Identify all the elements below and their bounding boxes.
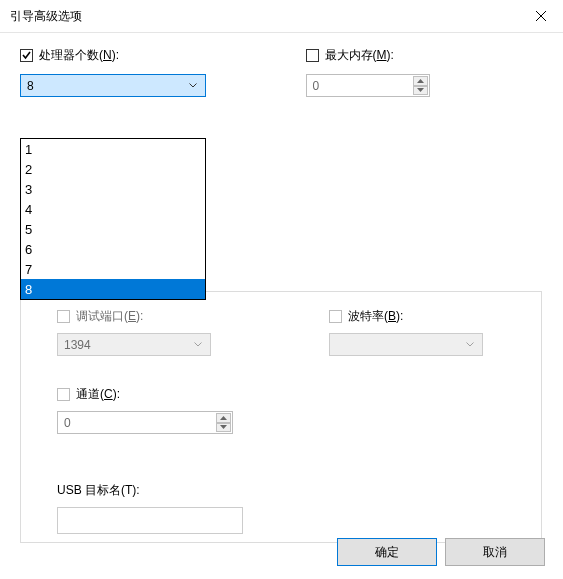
channel-checkbox [57,388,70,401]
svg-marker-2 [417,79,424,83]
processor-option[interactable]: 5 [21,219,205,239]
client-area: 处理器个数(N): 8 最大内存(M): 0 [0,33,563,579]
max-memory-spinner: 0 [306,74,430,97]
processor-count-combo[interactable]: 8 [20,74,206,97]
processor-option[interactable]: 7 [21,259,205,279]
processor-option[interactable]: 3 [21,179,205,199]
chevron-down-icon [190,334,206,355]
cancel-button[interactable]: 取消 [445,538,545,566]
ok-button[interactable]: 确定 [337,538,437,566]
channel-spinner: 0 [57,411,233,434]
max-memory-value: 0 [313,79,320,93]
spinner-down-button [413,86,428,96]
close-icon [536,11,546,21]
baud-label: 波特率(B): [348,308,403,325]
memory-column: 最大内存(M): 0 [306,47,544,97]
spinner-buttons [413,76,428,95]
baud-checkbox [329,310,342,323]
usb-target-input [57,507,243,534]
debug-port-label: 调试端口(E): [76,308,143,325]
channel-area: 通道(C): 0 [57,386,233,434]
processor-count-value: 8 [27,79,34,93]
usb-target-label: USB 目标名(T): [57,482,243,499]
chevron-down-icon [185,75,201,96]
spinner-buttons [216,413,231,432]
channel-checkbox-label: 通道(C): [57,386,233,403]
channel-label: 通道(C): [76,386,120,403]
svg-marker-4 [220,416,227,420]
processor-column: 处理器个数(N): 8 [20,47,258,97]
channel-value: 0 [64,416,71,430]
debug-port-area: 调试端口(E): 1394 [57,308,211,356]
processor-count-dropdown[interactable]: 12345678 [20,138,206,300]
debug-port-value: 1394 [64,338,91,352]
processor-option[interactable]: 6 [21,239,205,259]
debug-port-combo: 1394 [57,333,211,356]
button-bar: 确定 取消 [337,538,545,566]
top-row: 处理器个数(N): 8 最大内存(M): 0 [20,47,543,97]
svg-marker-3 [417,88,424,92]
spinner-up-button [216,413,231,423]
spinner-down-button [216,423,231,433]
processor-option[interactable]: 4 [21,199,205,219]
spinner-up-button [413,76,428,86]
debug-port-checkbox [57,310,70,323]
baud-checkbox-label: 波特率(B): [329,308,483,325]
debug-port-checkbox-label: 调试端口(E): [57,308,211,325]
max-memory-label: 最大内存(M): [325,47,394,64]
title-bar: 引导高级选项 [0,0,563,33]
usb-target-area: USB 目标名(T): [57,468,243,534]
processor-option[interactable]: 8 [21,279,205,299]
max-memory-checkbox[interactable] [306,49,319,62]
processor-option[interactable]: 2 [21,159,205,179]
svg-marker-5 [220,425,227,429]
close-button[interactable] [518,0,563,32]
baud-area: 波特率(B): [329,308,483,356]
debug-groupbox: 调试端口(E): 1394 波特率(B): 通道(C): [20,291,542,543]
window-title: 引导高级选项 [10,8,82,25]
chevron-down-icon [462,334,478,355]
baud-combo [329,333,483,356]
processor-count-checkbox[interactable] [20,49,33,62]
processor-count-checkbox-label[interactable]: 处理器个数(N): [20,47,258,64]
max-memory-checkbox-label[interactable]: 最大内存(M): [306,47,544,64]
processor-count-label: 处理器个数(N): [39,47,119,64]
processor-option[interactable]: 1 [21,139,205,159]
